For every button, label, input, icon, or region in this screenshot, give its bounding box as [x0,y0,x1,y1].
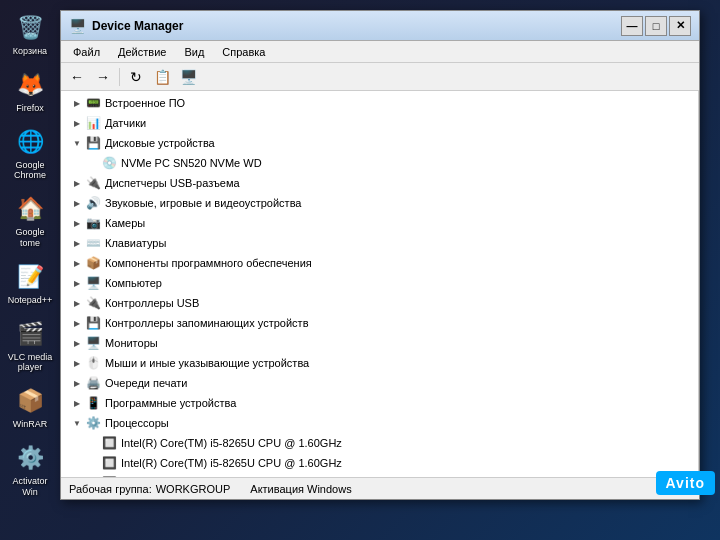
desktop-icon-notepad[interactable]: 📝 Notepad++ [4,257,56,310]
tree-expander-software-components[interactable]: ▶ [69,255,85,271]
desktop-icon-recycle-bin[interactable]: 🗑️ Корзина [4,8,56,61]
tree-expander-sound[interactable]: ▶ [69,195,85,211]
avito-badge: Avito [656,471,715,495]
tree-icon-computer: 🖥️ [85,275,101,291]
window-title-icon: 🖥️ [69,18,86,34]
desktop-icon-google-chrome[interactable]: 🌐 Google Chrome [4,122,56,186]
menubar: ФайлДействиеВидСправка [61,41,699,63]
tree-item-sensors[interactable]: ▶ 📊 Датчики [61,113,698,133]
tree-expander-cameras[interactable]: ▶ [69,215,85,231]
tree-label-bios: Встроенное ПО [105,97,185,109]
window-title: Device Manager [92,19,621,33]
tree-item-bios[interactable]: ▶ 📟 Встроенное ПО [61,93,698,113]
maximize-button[interactable]: □ [645,16,667,36]
menu-item-view[interactable]: Вид [176,44,212,60]
tree-expander-cpu1[interactable] [85,435,101,451]
tree-label-software-components: Компоненты программного обеспечения [105,257,312,269]
tree-item-print-queues[interactable]: ▶ 🖨️ Очереди печати [61,373,698,393]
activation-label: Активация Windows [250,483,351,495]
firefox-label: Firefox [16,103,44,114]
tree-icon-keyboards: ⌨️ [85,235,101,251]
tree-label-usb-controllers: Диспетчеры USB-разъема [105,177,240,189]
tree-label-keyboards: Клавиатуры [105,237,166,249]
tree-item-cameras[interactable]: ▶ 📷 Камеры [61,213,698,233]
tree-icon-cpu2: 🔲 [101,455,117,471]
tree-item-software-devices[interactable]: ▶ 📱 Программные устройства [61,393,698,413]
tree-item-processors[interactable]: ▼ ⚙️ Процессоры [61,413,698,433]
tree-item-cpu2[interactable]: 🔲 Intel(R) Core(TM) i5-8265U CPU @ 1.60G… [61,453,698,473]
close-button[interactable]: ✕ [669,16,691,36]
tree-icon-usb-hubs: 🔌 [85,295,101,311]
tree-expander-usb-controllers[interactable]: ▶ [69,175,85,191]
tree-label-sensors: Датчики [105,117,146,129]
google-chrome-label: Google Chrome [6,160,54,182]
tree-item-mice[interactable]: ▶ 🖱️ Мыши и иные указывающие устройства [61,353,698,373]
tree-icon-software-components: 📦 [85,255,101,271]
tree-expander-processors[interactable]: ▼ [69,415,85,431]
tree-expander-software-devices[interactable]: ▶ [69,395,85,411]
window-content: ▶ 📟 Встроенное ПО ▶ 📊 Датчики ▼ 💾 Дисков… [61,91,699,477]
tree-label-disk-devices: Дисковые устройства [105,137,215,149]
tree-expander-disk-devices[interactable]: ▼ [69,135,85,151]
menu-item-help[interactable]: Справка [214,44,273,60]
tree-expander-storage-controllers[interactable]: ▶ [69,315,85,331]
toolbar: ←→↻📋🖥️ [61,63,699,91]
tree-item-usb-hubs[interactable]: ▶ 🔌 Контроллеры USB [61,293,698,313]
tree-label-print-queues: Очереди печати [105,377,188,389]
workgroup-value: WORKGROUP [156,483,231,495]
tree-expander-usb-hubs[interactable]: ▶ [69,295,85,311]
tree-expander-computer[interactable]: ▶ [69,275,85,291]
tree-expander-print-queues[interactable]: ▶ [69,375,85,391]
tree-item-nvme[interactable]: 💿 NVMe PC SN520 NVMe WD [61,153,698,173]
tree-item-cpu1[interactable]: 🔲 Intel(R) Core(TM) i5-8265U CPU @ 1.60G… [61,433,698,453]
tree-label-computer: Компьютер [105,277,162,289]
tree-label-monitors: Мониторы [105,337,158,349]
recycle-bin-icon: 🗑️ [14,12,46,44]
tree-item-storage-controllers[interactable]: ▶ 💾 Контроллеры запоминающих устройств [61,313,698,333]
device-tree[interactable]: ▶ 📟 Встроенное ПО ▶ 📊 Датчики ▼ 💾 Дисков… [61,91,699,477]
toolbar-btn-forward[interactable]: → [91,66,115,88]
tree-item-software-components[interactable]: ▶ 📦 Компоненты программного обеспечения [61,253,698,273]
desktop-icon-firefox[interactable]: 🦊 Firefox [4,65,56,118]
tree-expander-monitors[interactable]: ▶ [69,335,85,351]
tree-expander-nvme[interactable] [85,155,101,171]
tree-icon-sensors: 📊 [85,115,101,131]
activator-label: Activator Win [6,476,54,498]
workgroup-status: Рабочая группа: WORKGROUP [69,483,230,495]
desktop-icon-winrar[interactable]: 📦 WinRAR [4,381,56,434]
tree-item-sound[interactable]: ▶ 🔊 Звуковые, игровые и видеоустройства [61,193,698,213]
tree-item-usb-controllers[interactable]: ▶ 🔌 Диспетчеры USB-разъема [61,173,698,193]
tree-item-disk-devices[interactable]: ▼ 💾 Дисковые устройства [61,133,698,153]
recycle-bin-label: Корзина [13,46,47,57]
vlc-icon: 🎬 [14,318,46,350]
vlc-label: VLC media player [6,352,54,374]
minimize-button[interactable]: — [621,16,643,36]
activator-icon: ⚙️ [14,442,46,474]
tree-item-keyboards[interactable]: ▶ ⌨️ Клавиатуры [61,233,698,253]
menu-item-action[interactable]: Действие [110,44,174,60]
tree-expander-cpu2[interactable] [85,455,101,471]
toolbar-btn-properties[interactable]: 📋 [150,66,174,88]
desktop-icon-activator[interactable]: ⚙️ Activator Win [4,438,56,502]
notepad-label: Notepad++ [8,295,53,306]
tree-item-monitors[interactable]: ▶ 🖥️ Мониторы [61,333,698,353]
tree-expander-mice[interactable]: ▶ [69,355,85,371]
tree-label-cpu2: Intel(R) Core(TM) i5-8265U CPU @ 1.60GHz [121,457,342,469]
tree-item-computer[interactable]: ▶ 🖥️ Компьютер [61,273,698,293]
window-titlebar: 🖥️ Device Manager — □ ✕ [61,11,699,41]
firefox-icon: 🦊 [14,69,46,101]
tree-expander-sensors[interactable]: ▶ [69,115,85,131]
tree-label-storage-controllers: Контроллеры запоминающих устройств [105,317,308,329]
toolbar-btn-back[interactable]: ← [65,66,89,88]
tree-expander-keyboards[interactable]: ▶ [69,235,85,251]
tree-icon-cameras: 📷 [85,215,101,231]
tree-icon-storage-controllers: 💾 [85,315,101,331]
menu-item-file[interactable]: Файл [65,44,108,60]
toolbar-btn-refresh[interactable]: ↻ [124,66,148,88]
toolbar-btn-device[interactable]: 🖥️ [176,66,200,88]
desktop-icon-vlc[interactable]: 🎬 VLC media player [4,314,56,378]
tree-icon-usb-controllers: 🔌 [85,175,101,191]
desktop-sidebar: 🗑️ Корзина 🦊 Firefox 🌐 Google Chrome 🏠 G… [0,0,60,500]
tree-expander-bios[interactable]: ▶ [69,95,85,111]
desktop-icon-google-home[interactable]: 🏠 Google tome [4,189,56,253]
